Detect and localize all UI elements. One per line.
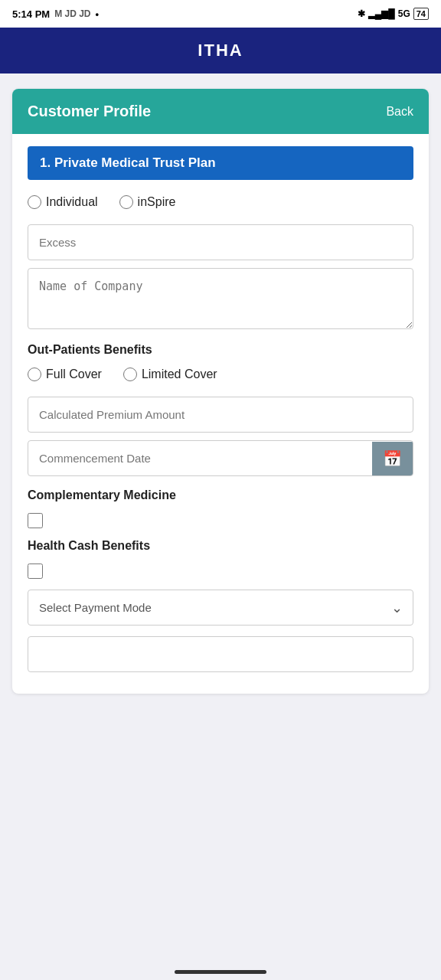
payment-mode-select[interactable]: Select Payment Mode Monthly Quarterly Bi…: [28, 590, 413, 626]
radio-individual[interactable]: [28, 195, 41, 209]
bluetooth-icon: ✱: [358, 8, 365, 19]
radio-limited-cover-label: Limited Cover: [142, 368, 217, 381]
plan-type-radio-group: Individual inSpire: [28, 195, 413, 209]
payment-mode-dropdown-wrapper: Select Payment Mode Monthly Quarterly Bi…: [28, 590, 413, 626]
health-cash-benefits-checkbox-group: [28, 564, 413, 579]
carrier-icons: M JD JD: [54, 8, 90, 19]
dot-indicator: •: [95, 8, 99, 20]
calendar-icon: 📅: [383, 449, 402, 468]
complementary-medicine-checkbox[interactable]: [28, 513, 43, 528]
app-title: ITHA: [198, 41, 243, 60]
home-indicator: [175, 970, 266, 974]
profile-content: 1. Private Medical Trust Plan Individual…: [12, 134, 429, 694]
network-type: 5G: [398, 8, 410, 19]
profile-header-title: Customer Profile: [28, 103, 151, 120]
radio-full-cover-label: Full Cover: [46, 368, 102, 381]
complementary-medicine-checkbox-group: [28, 513, 413, 528]
excess-input[interactable]: [28, 224, 413, 260]
time-display: 5:14 PM: [12, 8, 50, 20]
additional-field-input[interactable]: [28, 636, 413, 672]
status-bar: 5:14 PM M JD JD • ✱ ▂▄▆█ 5G 74: [0, 0, 441, 28]
radio-option-inspire[interactable]: inSpire: [119, 195, 176, 209]
radio-inspire-label: inSpire: [138, 195, 176, 209]
commencement-date-row: 📅: [28, 440, 413, 476]
status-right: ✱ ▂▄▆█ 5G 74: [358, 8, 429, 20]
signal-bars-icon: ▂▄▆█: [368, 8, 395, 19]
cover-type-radio-group: Full Cover Limited Cover: [28, 368, 413, 381]
complementary-medicine-label: Complementary Medicine: [28, 488, 413, 502]
back-button[interactable]: Back: [386, 105, 413, 119]
profile-card: Customer Profile Back 1. Private Medical…: [12, 89, 429, 694]
company-name-input[interactable]: [28, 268, 413, 329]
radio-option-full-cover[interactable]: Full Cover: [28, 368, 102, 381]
radio-individual-label: Individual: [46, 195, 98, 209]
profile-header: Customer Profile Back: [12, 89, 429, 134]
battery-icon: 74: [413, 8, 429, 20]
plan-banner: 1. Private Medical Trust Plan: [28, 146, 413, 180]
radio-option-limited-cover[interactable]: Limited Cover: [123, 368, 217, 381]
health-cash-benefits-option[interactable]: [28, 564, 413, 579]
radio-full-cover[interactable]: [28, 368, 41, 381]
complementary-medicine-option[interactable]: [28, 513, 413, 528]
status-left: 5:14 PM M JD JD •: [12, 8, 99, 20]
calculated-premium-input[interactable]: [28, 397, 413, 433]
radio-inspire[interactable]: [119, 195, 133, 209]
app-header: ITHA: [0, 28, 441, 74]
calendar-button[interactable]: 📅: [372, 442, 413, 475]
out-patients-label: Out-Patients Benefits: [28, 343, 413, 357]
radio-option-individual[interactable]: Individual: [28, 195, 98, 209]
health-cash-benefits-label: Health Cash Benefits: [28, 539, 413, 553]
commencement-date-input[interactable]: [28, 441, 372, 475]
health-cash-benefits-checkbox[interactable]: [28, 564, 43, 579]
radio-limited-cover[interactable]: [123, 368, 137, 381]
